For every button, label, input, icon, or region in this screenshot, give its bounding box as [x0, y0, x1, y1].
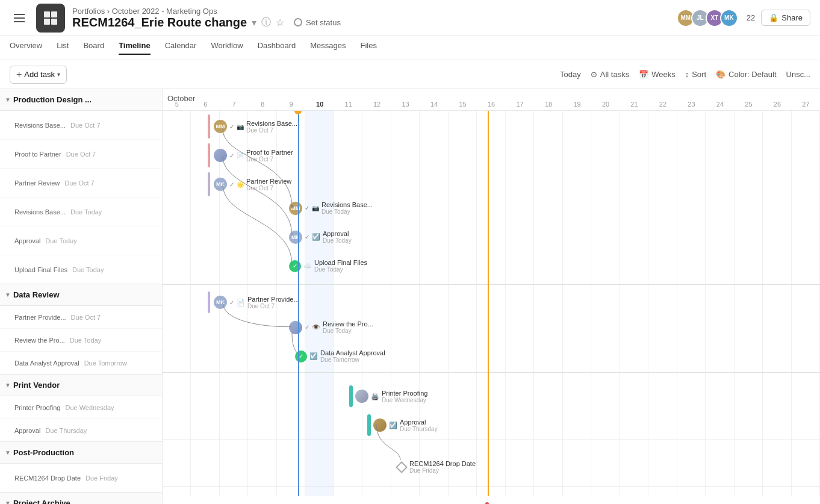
info-icon[interactable]: ⓘ [261, 16, 271, 29]
color-label: Color: Default [728, 70, 776, 79]
svg-rect-6 [51, 19, 57, 25]
tab-messages[interactable]: Messages [310, 41, 346, 55]
grid-22 [648, 111, 677, 496]
date-row: 5 6 7 8 9 10 11 12 13 14 15 16 17 18 19 … [163, 101, 820, 110]
dropdown-icon[interactable]: ▾ [252, 17, 256, 28]
unsc-label: Unsc... [786, 70, 810, 79]
grid-27 [792, 111, 820, 496]
svg-rect-4 [51, 11, 57, 17]
breadcrumb-nav: Portfolios › October 2022 - Marketing Op… [72, 7, 341, 30]
grid-17 [506, 111, 534, 496]
date-24: 24 [706, 101, 734, 110]
task-bar-line [208, 143, 210, 167]
weeks-button[interactable]: 📅 Weeks [639, 70, 676, 79]
task-partner-review[interactable]: MK ✓ 🌟 Partner Review Due Oct 7 [208, 172, 291, 196]
task-upload[interactable]: ✓ ☁️ Upload Final Files Due Today [289, 259, 367, 273]
grid-5 [163, 111, 191, 496]
unschedule-button[interactable]: Unsc... [786, 70, 810, 79]
month-label: October [167, 94, 195, 103]
section-label-archive: Project Archive [13, 499, 70, 504]
lock-icon: 🔒 [769, 13, 778, 22]
task-icon-star: 🌟 [237, 181, 244, 188]
color-button[interactable]: 🎨 Color: Default [716, 70, 776, 79]
breadcrumb-sep: › [107, 7, 112, 16]
task-data-analyst[interactable]: ✓ ☑️ Data Analyst Approval Due Tomorrow [295, 349, 385, 363]
tab-calendar[interactable]: Calendar [165, 41, 197, 55]
task-icon-doc2: 📄 [237, 299, 245, 306]
breadcrumb-path[interactable]: October 2022 - Marketing Ops [112, 7, 217, 16]
task-row: Revisions Base... Due Oct 7 [0, 111, 162, 140]
today-button[interactable]: Today [560, 70, 581, 79]
all-tasks-button[interactable]: ⊙ All tasks [591, 70, 629, 79]
svg-rect-5 [44, 19, 50, 25]
avatar-mk-2: MK [289, 231, 302, 244]
sort-button[interactable]: ↕ Sort [685, 70, 706, 79]
task-icon-upload: ☁️ [303, 262, 312, 270]
task-row: Revisions Base... Due Today [0, 198, 162, 226]
task-label: Revisions Base... [246, 120, 297, 127]
star-icon[interactable]: ☆ [276, 17, 284, 28]
svg-rect-2 [14, 21, 25, 22]
task-text-3: Partner Review Due Oct 7 [246, 178, 291, 191]
member-count[interactable]: 22 [747, 13, 755, 22]
status-circle [294, 18, 302, 26]
task-due: Due Today [314, 266, 367, 273]
task-label: Proof to Partner [246, 149, 293, 156]
task-label: Partner Review [246, 178, 291, 185]
task-due: Due Oct 7 [246, 127, 297, 134]
task-due: Due Oct 7 [246, 185, 291, 191]
date-22: 22 [648, 101, 677, 110]
grid-13 [391, 111, 420, 496]
task-partner-provide[interactable]: MK ✓ 📄 Partner Provide... Due Oct 7 [208, 291, 299, 313]
date-20: 20 [591, 101, 620, 110]
timeline-panel: October 5 6 7 8 9 10 11 12 13 14 15 16 1… [163, 89, 820, 504]
avatar-mm-2: MM [289, 202, 302, 215]
share-button[interactable]: 🔒 Share [761, 10, 810, 26]
task-revisions-2[interactable]: MM ✓ 📷 Revisions Base... Due Today [289, 201, 373, 215]
task-approval-1[interactable]: MK ✓ ☑️ Approval Due Today [289, 230, 352, 244]
task-due: Due Oct 7 [246, 156, 293, 163]
add-task-button[interactable]: + Add task ▾ [10, 66, 67, 84]
timeline-body: MM ✓ 📷 Revisions Base... Due Oct 7 ✓ 📄 [163, 111, 820, 496]
tab-timeline[interactable]: Timeline [119, 41, 151, 55]
task-label: RECM1264 Drop Date [409, 460, 476, 467]
task-proof[interactable]: ✓ 📄 Proof to Partner Due Oct 7 [208, 143, 293, 167]
date-25: 25 [735, 101, 763, 110]
task-review-pro[interactable]: ✓ 👁️ Review the Pro... Due Today [289, 320, 373, 334]
menu-icon[interactable] [10, 8, 29, 28]
grid-10-today [305, 111, 334, 496]
breadcrumb-root[interactable]: Portfolios [72, 7, 105, 16]
tab-dashboard[interactable]: Dashboard [258, 41, 296, 55]
tab-board[interactable]: Board [83, 41, 104, 55]
timeline-controls: + Add task ▾ Today ⊙ All tasks 📅 Weeks ↕… [0, 60, 820, 89]
tab-list[interactable]: List [57, 41, 69, 55]
set-status-label: Set status [306, 18, 341, 27]
tab-overview[interactable]: Overview [10, 41, 42, 55]
main-layout: ▼ Production Design ... Revisions Base..… [0, 89, 820, 504]
task-drop-date[interactable]: RECM1264 Drop Date Due Friday [397, 460, 476, 474]
task-printer-proofing[interactable]: 🖨️ Printer Proofing Due Wednesday [349, 385, 427, 407]
task-due: Due Friday [409, 467, 476, 474]
date-17: 17 [506, 101, 534, 110]
avatar-photo-2 [289, 321, 302, 334]
date-15: 15 [449, 101, 477, 110]
today-label: Today [560, 70, 581, 79]
grid-12 [362, 111, 391, 496]
set-status-btn[interactable]: Set status [294, 18, 341, 27]
avatar-4: MK [720, 9, 738, 27]
caret-icon: ▾ [57, 71, 60, 78]
date-8: 8 [248, 101, 276, 110]
svg-rect-3 [44, 11, 50, 17]
circle-icon: ⊙ [591, 70, 597, 79]
task-icon-check: ☑️ [312, 233, 320, 241]
tab-workflow[interactable]: Workflow [211, 41, 243, 55]
section-divider-3 [163, 440, 820, 440]
tab-files[interactable]: Files [360, 41, 376, 55]
task-approval-print[interactable]: ☑️ Approval Due Thursday [367, 414, 438, 436]
task-icon-check2: ☑️ [309, 352, 318, 360]
section-label-data: Data Review [13, 290, 60, 299]
check-icon: ✓ [305, 205, 309, 211]
avatar-mm: MM [214, 120, 227, 133]
task-row: Proof to Partner Due Oct 7 [0, 140, 162, 169]
task-revisions-1[interactable]: MM ✓ 📷 Revisions Base... Due Oct 7 [208, 114, 297, 138]
